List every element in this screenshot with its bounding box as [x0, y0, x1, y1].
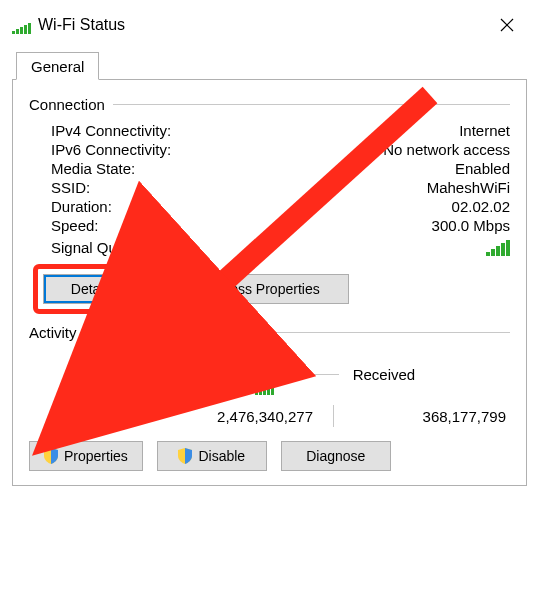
svg-rect-10: [263, 388, 266, 395]
row-ipv4: IPv4 Connectivity: Internet: [29, 121, 510, 140]
ipv6-label: IPv6 Connectivity:: [51, 141, 171, 158]
titlebar: Wi-Fi Status: [0, 0, 539, 40]
received-label: Received: [353, 366, 416, 383]
tab-general[interactable]: General: [16, 52, 99, 80]
bottom-button-row: Properties Disable Diagnose: [29, 441, 510, 471]
properties-button-label: Properties: [64, 448, 128, 464]
network-monitors-icon: [223, 349, 285, 399]
speed-value: 300.0 Mbps: [432, 217, 510, 234]
divider: [169, 374, 209, 375]
divider: [113, 104, 510, 105]
sent-label: Sent: [124, 366, 155, 383]
bytes-row: Bytes: 2,476,340,277 368,177,799: [29, 399, 510, 427]
svg-rect-6: [232, 364, 256, 379]
ipv6-value: No network access: [383, 141, 510, 158]
svg-rect-8: [255, 392, 258, 395]
activity-legend: Activity: [29, 324, 77, 341]
activity-group: Activity Sent: [29, 324, 510, 427]
svg-rect-12: [271, 384, 274, 395]
row-signal: Signal Quality:: [29, 235, 510, 264]
row-speed: Speed: 300.0 Mbps: [29, 216, 510, 235]
diagnose-button[interactable]: Diagnose: [281, 441, 391, 471]
row-ssid: SSID: MaheshWiFi: [29, 178, 510, 197]
divider: [299, 374, 339, 375]
row-ipv6: IPv6 Connectivity: No network access: [29, 140, 510, 159]
ipv4-label: IPv4 Connectivity:: [51, 122, 171, 139]
tab-strip: General: [12, 50, 527, 80]
shield-icon: [178, 448, 192, 464]
signal-label: Signal Quality:: [51, 239, 148, 256]
ipv4-value: Internet: [459, 122, 510, 139]
shield-icon: [44, 448, 58, 464]
close-button[interactable]: [487, 10, 527, 40]
disable-button[interactable]: Disable: [157, 441, 267, 471]
wireless-properties-button[interactable]: Wireless Properties: [169, 274, 349, 304]
duration-label: Duration:: [51, 198, 112, 215]
activity-graphic-row: Sent: [29, 349, 510, 399]
ssid-label: SSID:: [51, 179, 90, 196]
connection-buttons: Details... Wireless Properties: [29, 264, 510, 310]
bytes-sent-value: 2,476,340,277: [141, 408, 333, 425]
media-value: Enabled: [455, 160, 510, 177]
tab-panel-general: Connection IPv4 Connectivity: Internet I…: [12, 80, 527, 486]
close-icon: [500, 18, 514, 32]
speed-label: Speed:: [51, 217, 99, 234]
disable-button-label: Disable: [198, 448, 245, 464]
svg-rect-11: [267, 386, 270, 395]
bytes-label: Bytes:: [51, 408, 141, 425]
media-label: Media State:: [51, 160, 135, 177]
signal-bars-icon: [486, 240, 510, 256]
svg-rect-7: [239, 383, 249, 387]
diagnose-button-label: Diagnose: [306, 448, 365, 464]
duration-value: 02.02.02: [452, 198, 510, 215]
ssid-value: MaheshWiFi: [427, 179, 510, 196]
row-media: Media State: Enabled: [29, 159, 510, 178]
details-button[interactable]: Details...: [43, 274, 153, 304]
window-title: Wi-Fi Status: [38, 16, 125, 34]
svg-rect-9: [259, 390, 262, 395]
connection-group: Connection IPv4 Connectivity: Internet I…: [29, 96, 510, 310]
properties-button[interactable]: Properties: [29, 441, 143, 471]
divider: [85, 332, 510, 333]
wifi-signal-icon: [12, 16, 30, 34]
row-duration: Duration: 02.02.02: [29, 197, 510, 216]
bytes-received-value: 368,177,799: [334, 408, 510, 425]
connection-legend: Connection: [29, 96, 105, 113]
